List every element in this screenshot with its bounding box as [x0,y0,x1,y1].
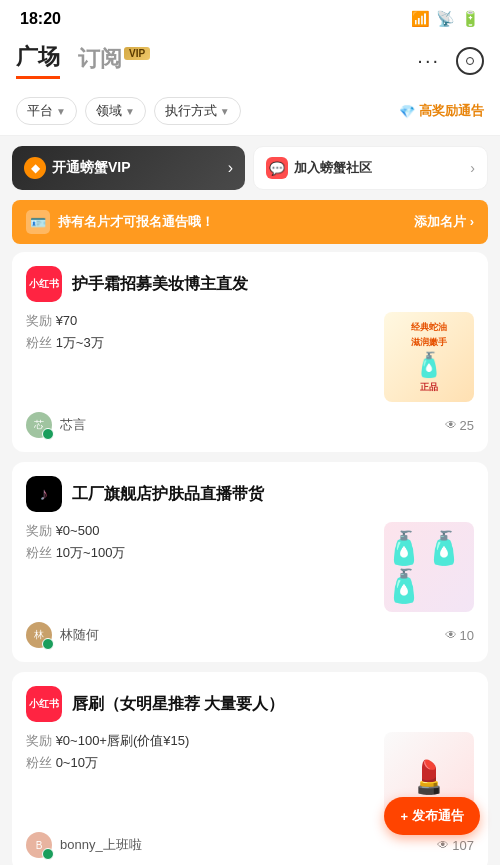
job-title: 唇刷（女明星推荐 大量要人） [72,694,474,715]
filter-domain[interactable]: 领域 ▼ [85,97,146,125]
poster-avatar: 林 [26,622,52,648]
eye-icon: 👁 [445,418,457,432]
job-card[interactable]: ♪ 工厂旗舰店护肤品直播带货 奖励 ¥0~500 粉丝 10万~100万 [12,462,488,662]
status-time: 18:20 [20,10,61,28]
poster-avatar: 芯 [26,412,52,438]
vip-label: 开通螃蟹VIP [52,159,131,177]
reward-value: ¥70 [56,313,78,328]
target-inner-icon [466,57,474,65]
battery-icon: 🔋 [461,10,480,28]
vip-diamond-icon: ◆ [24,157,46,179]
view-count: 👁 25 [445,418,474,433]
diamond-icon: 💎 [399,104,415,119]
job-card[interactable]: 小红书 唇刷（女明星推荐 大量要人） 奖励 ¥0~100+唇刷(价值¥15) 粉… [12,672,488,865]
chat-icon: 💬 [266,157,288,179]
platform-logo-xiaohongshu: 小红书 [26,686,62,722]
platform-logo-xiaohongshu: 小红书 [26,266,62,302]
job-title: 工厂旗舰店护肤品直播带货 [72,484,474,505]
platform-logo-tiktok: ♪ [26,476,62,512]
chevron-down-icon: ▼ [125,106,135,117]
community-label: 加入螃蟹社区 [294,159,372,177]
wifi-icon: 📡 [436,10,455,28]
vip-arrow-icon: › [228,159,233,177]
job-card-image: 🧴🧴🧴 [384,522,474,612]
reward-label: 奖励 [26,313,52,328]
filter-platform[interactable]: 平台 ▼ [16,97,77,125]
card-icon: 🪪 [26,210,50,234]
poster-avatar: B [26,832,52,858]
job-card-image: 经典蛇油 滋润嫩手 🧴 正品 [384,312,474,402]
vip-badge: VIP [124,47,150,60]
status-icons: 📶 📡 🔋 [411,10,480,28]
filter-bar: 平台 ▼ 领域 ▼ 执行方式 ▼ 💎 高奖励通告 [0,89,500,136]
publish-notice-button[interactable]: + 发布通告 [384,797,480,835]
poster-name: bonny_上班啦 [60,836,142,854]
verified-badge [42,638,54,650]
header: 广场 订阅VIP ··· [0,34,500,89]
verified-badge [42,848,54,860]
eye-icon: 👁 [437,838,449,852]
more-button[interactable]: ··· [417,49,440,72]
high-reward-button[interactable]: 💎 高奖励通告 [399,102,484,120]
community-banner[interactable]: 💬 加入螃蟹社区 › [253,146,488,190]
chevron-down-icon: ▼ [56,106,66,117]
tab-plaza[interactable]: 广场 [16,42,60,79]
notice-text: 持有名片才可报名通告哦！ [58,213,214,231]
vip-banner[interactable]: ◆ 开通螃蟹VIP › [12,146,245,190]
view-count: 👁 10 [445,628,474,643]
target-button[interactable] [456,47,484,75]
notice-banner[interactable]: 🪪 持有名片才可报名通告哦！ 添加名片 › [12,200,488,244]
job-card[interactable]: 小红书 护手霜招募美妆博主直发 奖励 ¥70 粉丝 1万~3万 经典蛇油 [12,252,488,452]
header-actions: ··· [417,47,484,75]
status-bar: 18:20 📶 📡 🔋 [0,0,500,34]
filter-execution[interactable]: 执行方式 ▼ [154,97,241,125]
job-title: 护手霜招募美妆博主直发 [72,274,474,295]
banner-row: ◆ 开通螃蟹VIP › 💬 加入螃蟹社区 › [0,136,500,200]
fans-value: 0~10万 [56,755,98,770]
notice-action: 添加名片 › [414,213,474,231]
chevron-down-icon: ▼ [220,106,230,117]
fans-label: 粉丝 [26,335,52,350]
reward-value: ¥0~500 [56,523,100,538]
signal-icon: 📶 [411,10,430,28]
nav-tabs: 广场 订阅VIP [16,42,150,79]
poster-name: 林随何 [60,626,99,644]
fans-value: 10万~100万 [56,545,126,560]
poster-name: 芯言 [60,416,86,434]
community-arrow-icon: › [470,160,475,176]
eye-icon: 👁 [445,628,457,642]
plus-icon: + [400,809,408,824]
view-count: 👁 107 [437,838,474,853]
tab-subscription[interactable]: 订阅VIP [78,44,150,78]
verified-badge [42,428,54,440]
reward-value: ¥0~100+唇刷(价值¥15) [56,733,190,748]
fans-value: 1万~3万 [56,335,104,350]
job-cards-list: 小红书 护手霜招募美妆博主直发 奖励 ¥70 粉丝 1万~3万 经典蛇油 [0,252,500,865]
